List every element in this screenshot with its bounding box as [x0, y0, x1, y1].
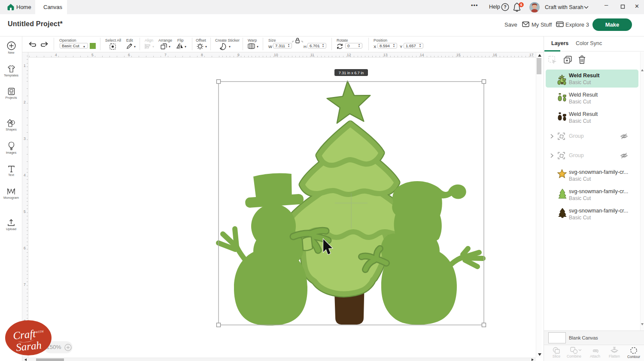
svg-text:7.31 in x 6.7 in: 7.31 in x 6.7 in: [339, 71, 364, 75]
svg-text:Craft: Craft: [12, 328, 36, 341]
